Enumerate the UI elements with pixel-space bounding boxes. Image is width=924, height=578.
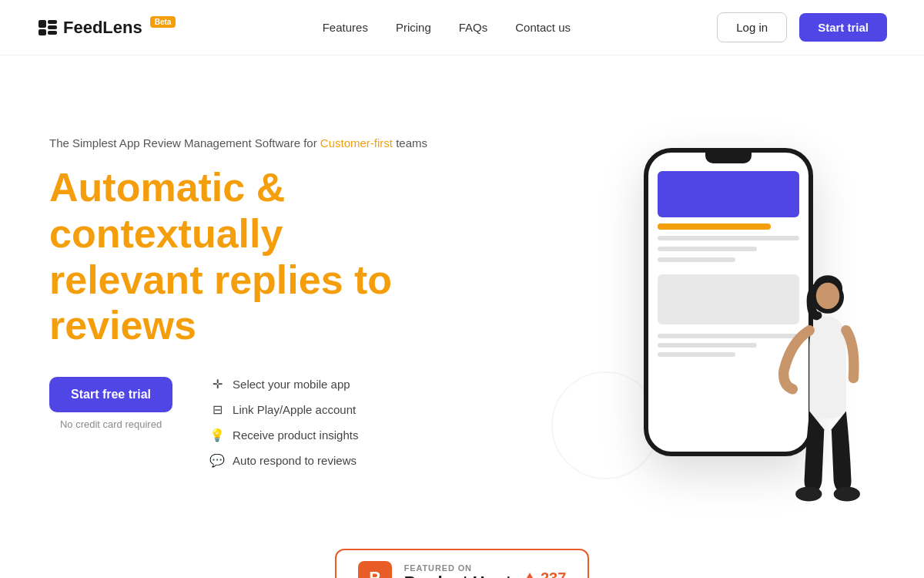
hero-tagline: The Simplest App Review Management Softw… — [49, 136, 462, 150]
phone-notch — [705, 153, 752, 163]
beta-badge: Beta — [150, 16, 176, 28]
logo-icon — [37, 17, 59, 39]
logo-feed: FeedLens — [63, 18, 142, 38]
feature-text-1: Select your mobile app — [233, 378, 350, 391]
list-item: 💡 Receive product insights — [209, 428, 358, 442]
product-hunt-text: FEATURED ON Product Hunt — [404, 563, 511, 578]
globe-decoration — [551, 371, 659, 479]
svg-rect-2 — [48, 20, 57, 24]
tagline-customer-first: Customer-first — [320, 136, 393, 150]
svg-point-9 — [834, 487, 860, 502]
svg-rect-4 — [48, 31, 57, 35]
product-hunt-votes: 237 — [524, 570, 566, 579]
select-app-icon: ✛ — [209, 377, 225, 391]
login-button[interactable]: Log in — [717, 12, 787, 42]
product-hunt-featured-label: FEATURED ON — [404, 563, 511, 573]
svg-rect-1 — [38, 29, 46, 35]
list-item: ✛ Select your mobile app — [209, 377, 358, 391]
auto-respond-icon: 💬 — [209, 453, 225, 468]
nav-links: Features Pricing FAQs Contact us — [323, 21, 571, 34]
product-hunt-name: Product Hunt — [404, 573, 511, 578]
product-hunt-section: P FEATURED ON Product Hunt 237 — [0, 533, 924, 578]
hero-heading: Automatic & contextually relevant replie… — [49, 165, 462, 349]
insights-icon: 💡 — [209, 428, 225, 442]
no-credit-label: No credit card required — [49, 418, 172, 430]
hero-right — [462, 102, 875, 502]
nav-faqs[interactable]: FAQs — [459, 21, 488, 34]
svg-point-7 — [816, 283, 839, 309]
hero-illustration — [582, 102, 875, 502]
svg-point-8 — [795, 487, 822, 502]
list-item: 💬 Auto respond to reviews — [209, 453, 358, 468]
product-hunt-logo: P — [358, 561, 392, 578]
phone-gray-line-3 — [658, 257, 735, 262]
nav-pricing[interactable]: Pricing — [396, 21, 431, 34]
feature-text-3: Receive product insights — [233, 428, 358, 442]
hero-cta-left: Start free trial No credit card required — [49, 377, 172, 430]
navbar: FeedLens Beta Features Pricing FAQs Cont… — [0, 0, 924, 55]
logo[interactable]: FeedLens Beta — [37, 16, 176, 39]
feature-list: ✛ Select your mobile app ⊟ Link Play/App… — [209, 377, 358, 468]
start-trial-nav-button[interactable]: Start trial — [799, 13, 887, 42]
link-account-icon: ⊟ — [209, 402, 225, 417]
vote-count: 237 — [541, 570, 566, 579]
hero-left: The Simplest App Review Management Softw… — [49, 136, 462, 468]
feature-text-2: Link Play/Apple account — [233, 403, 356, 416]
hero-cta-section: Start free trial No credit card required… — [49, 377, 462, 468]
svg-rect-0 — [38, 20, 46, 28]
nav-features[interactable]: Features — [323, 21, 368, 34]
product-hunt-badge[interactable]: P FEATURED ON Product Hunt 237 — [335, 549, 590, 578]
svg-rect-3 — [48, 25, 57, 29]
nav-contact[interactable]: Contact us — [515, 21, 571, 34]
start-free-trial-button[interactable]: Start free trial — [49, 377, 172, 412]
list-item: ⊟ Link Play/Apple account — [209, 402, 358, 417]
person-illustration — [736, 202, 890, 510]
phone-gray-line-6 — [658, 352, 735, 357]
feature-text-4: Auto respond to reviews — [233, 454, 357, 467]
upvote-triangle-icon — [524, 573, 536, 578]
hero-section: The Simplest App Review Management Softw… — [0, 55, 924, 533]
nav-actions: Log in Start trial — [717, 12, 887, 42]
